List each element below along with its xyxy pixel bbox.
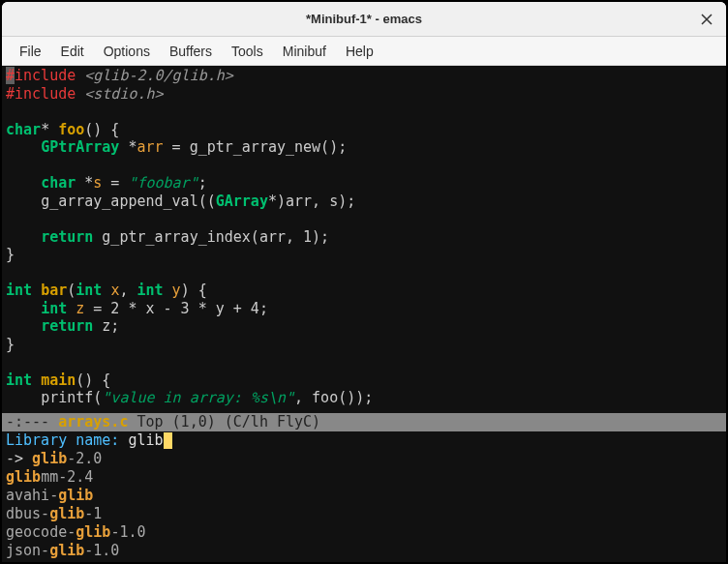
- titlebar: *Minibuf-1* - emacs: [2, 2, 726, 37]
- cursor-char: #: [6, 67, 15, 84]
- menu-tools[interactable]: Tools: [222, 40, 273, 63]
- minibuf-prompt: Library name:: [6, 431, 128, 449]
- minibuffer[interactable]: Library name: glib -> glib-2.0 glibmm-2.…: [2, 431, 726, 562]
- menu-buffers[interactable]: Buffers: [160, 40, 222, 63]
- completion-item[interactable]: -> glib-2.0: [6, 450, 722, 468]
- completion-item[interactable]: avahi-glib: [6, 487, 722, 505]
- menu-options[interactable]: Options: [94, 40, 160, 63]
- window-title: *Minibuf-1* - emacs: [306, 12, 422, 26]
- completion-item[interactable]: geocode-glib-1.0: [6, 523, 722, 542]
- completion-item[interactable]: json-glib-1.0: [6, 542, 722, 560]
- menu-minibuf[interactable]: Minibuf: [273, 40, 336, 63]
- menubar: File Edit Options Buffers Tools Minibuf …: [2, 37, 726, 66]
- modeline: -:--- arrays.c Top (1,0) (C/lh FlyC): [2, 413, 726, 431]
- minibuf-prompt-line: Library name: glib: [6, 431, 722, 450]
- completion-item[interactable]: dbus-glib-1: [6, 505, 722, 523]
- menu-edit[interactable]: Edit: [51, 40, 94, 63]
- menu-file[interactable]: File: [10, 40, 51, 63]
- modeline-filename: arrays.c: [58, 413, 128, 430]
- completion-item[interactable]: glibmm-2.4: [6, 468, 722, 487]
- menu-help[interactable]: Help: [336, 40, 383, 63]
- code-buffer[interactable]: #include <glib-2.0/glib.h> #include <std…: [2, 66, 726, 413]
- cursor-icon: [164, 432, 172, 449]
- emacs-window: *Minibuf-1* - emacs File Edit Options Bu…: [2, 2, 726, 562]
- close-button[interactable]: [699, 12, 714, 27]
- close-icon: [701, 14, 713, 25]
- completion-list: -> glib-2.0 glibmm-2.4 avahi-glib dbus-g…: [6, 450, 722, 560]
- minibuf-input[interactable]: glib: [128, 431, 163, 449]
